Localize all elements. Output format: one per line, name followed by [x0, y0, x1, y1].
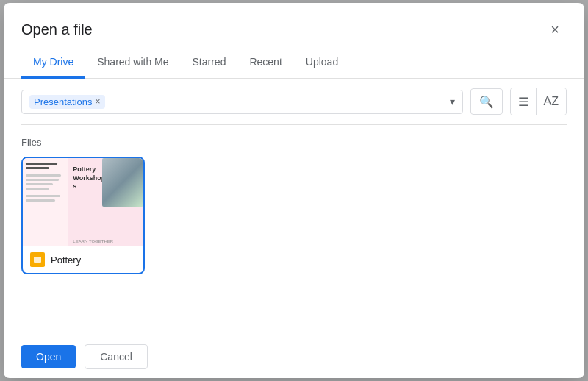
tab-starred[interactable]: Starred — [181, 47, 238, 79]
tab-my-drive[interactable]: My Drive — [21, 47, 85, 79]
thumb-left-panel — [23, 158, 68, 246]
open-file-dialog: Open a file × My Drive Shared with Me St… — [4, 3, 584, 378]
view-toggle: ☰ AZ — [510, 88, 567, 115]
tabs-bar: My Drive Shared with Me Starred Recent U… — [4, 47, 584, 79]
thumb-subtitle: LEARN TOGETHER — [73, 239, 139, 243]
file-thumbnail: PotteryWorkshops LEARN TOGETHER — [23, 158, 143, 246]
dialog-title: Open a file — [21, 21, 93, 38]
search-icon: 🔍 — [479, 95, 494, 109]
sort-button[interactable]: AZ — [537, 88, 566, 115]
tab-shared-with-me[interactable]: Shared with Me — [85, 47, 180, 79]
thumb-image — [102, 158, 143, 207]
cancel-button[interactable]: Cancel — [85, 344, 148, 369]
files-section-title: Files — [21, 137, 567, 148]
open-button[interactable]: Open — [21, 345, 76, 368]
sort-az-icon: AZ — [544, 95, 559, 108]
close-button[interactable]: × — [543, 18, 567, 41]
filter-dropdown[interactable]: Presentations × ▾ — [21, 90, 463, 114]
file-card[interactable]: PotteryWorkshops LEARN TOGETHER Pottery — [21, 157, 145, 274]
toolbar: Presentations × ▾ 🔍 ☰ AZ — [4, 79, 584, 124]
tab-recent[interactable]: Recent — [237, 47, 293, 79]
files-grid: PotteryWorkshops LEARN TOGETHER Pottery — [21, 157, 567, 274]
dialog-overlay: Open a file × My Drive Shared with Me St… — [0, 0, 588, 381]
list-icon: ☰ — [518, 95, 528, 109]
search-button[interactable]: 🔍 — [470, 88, 503, 115]
dialog-header: Open a file × — [4, 3, 584, 41]
thumb-right-panel: PotteryWorkshops LEARN TOGETHER — [68, 158, 143, 246]
slides-icon — [30, 252, 45, 267]
filter-tag: Presentations × — [29, 95, 105, 109]
filter-tag-close-icon[interactable]: × — [96, 96, 101, 107]
files-content: Files — [4, 125, 584, 335]
file-name: Pottery — [51, 254, 81, 266]
chevron-down-icon: ▾ — [450, 96, 455, 107]
dialog-footer: Open Cancel — [4, 335, 584, 378]
tab-upload[interactable]: Upload — [294, 47, 350, 79]
file-info: Pottery — [23, 246, 143, 273]
list-view-button[interactable]: ☰ — [511, 88, 537, 115]
